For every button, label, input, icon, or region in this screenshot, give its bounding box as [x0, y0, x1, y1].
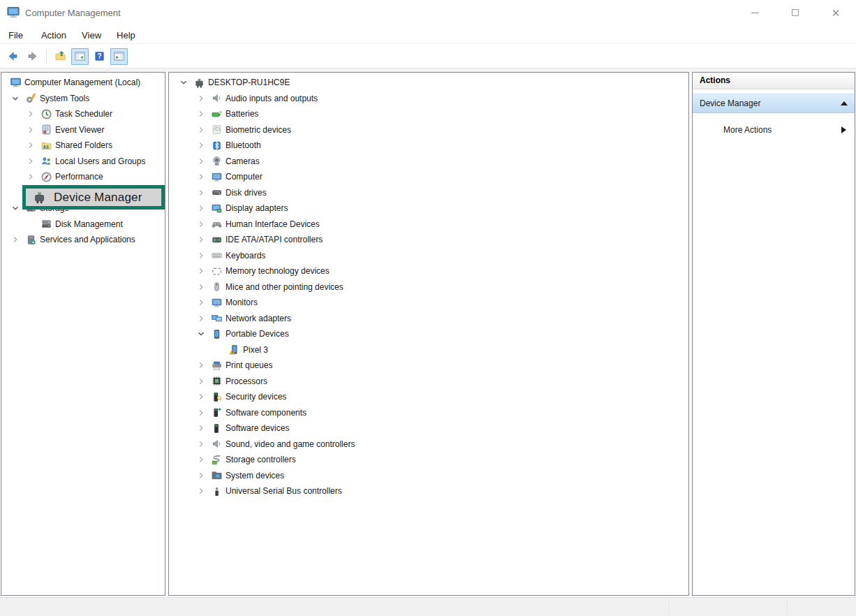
tree-item-storage-controllers[interactable]: Storage controllers — [169, 452, 688, 468]
show-console-tree-button[interactable] — [71, 48, 89, 65]
show-action-pane-button[interactable] — [110, 48, 128, 65]
tree-item-computer-management-local[interactable]: Computer Management (Local) — [1, 75, 165, 91]
tree-item-human-interface-devices[interactable]: Human Interface Devices — [169, 217, 688, 233]
tree-item-services-and-applications[interactable]: Services and Applications — [1, 232, 165, 248]
tree-item-computer[interactable]: Computer — [169, 169, 688, 185]
help-button[interactable]: ? — [91, 48, 108, 65]
chevron-down-icon[interactable] — [8, 93, 22, 104]
chevron-right-icon[interactable] — [194, 93, 208, 104]
tree-item-universal-serial-bus-controllers[interactable]: Universal Serial Bus controllers — [169, 483, 688, 499]
chevron-right-icon[interactable] — [194, 376, 208, 387]
chevron-right-icon[interactable] — [194, 140, 208, 151]
maximize-button[interactable] — [775, 0, 816, 25]
chevron-right-icon[interactable] — [194, 203, 208, 214]
tree-item-system-tools[interactable]: System Tools — [1, 91, 165, 107]
tree-item-shared-folders[interactable]: Shared Folders — [1, 138, 165, 154]
title-bar: Computer Management ✕ — [0, 0, 856, 25]
chevron-right-icon[interactable] — [194, 297, 208, 308]
chevron-placeholder — [212, 344, 226, 355]
chevron-right-icon[interactable] — [194, 439, 208, 450]
tree-item-pixel-3[interactable]: Pixel 3 — [169, 342, 688, 358]
chevron-right-icon[interactable] — [194, 108, 208, 119]
tree-item-bluetooth[interactable]: Bluetooth — [169, 138, 688, 154]
tree-item-sound-video-and-game-controllers[interactable]: Sound, video and game controllers — [169, 437, 688, 453]
tree-item-portable-devices[interactable]: Portable Devices — [169, 326, 688, 342]
audio-device-icon — [209, 92, 223, 104]
more-actions-item[interactable]: More Actions — [693, 122, 855, 138]
tree-item-audio-inputs-and-outputs[interactable]: Audio inputs and outputs — [169, 91, 688, 107]
close-button[interactable]: ✕ — [816, 0, 856, 25]
disk-drive-icon — [209, 186, 223, 198]
chevron-right-icon[interactable] — [194, 171, 208, 182]
menu-file[interactable]: File — [8, 28, 30, 43]
menu-view[interactable]: View — [75, 28, 108, 43]
actions-section-device-manager[interactable]: Device Manager — [693, 94, 855, 113]
tree-item-label: Shared Folders — [55, 140, 112, 150]
tree-item-local-users-and-groups[interactable]: Local Users and Groups — [1, 154, 165, 170]
tree-item-content: Disk drives — [208, 186, 268, 200]
chevron-right-icon[interactable] — [24, 171, 38, 182]
tree-item-system-devices[interactable]: System devices — [169, 468, 688, 484]
tree-item-label: System devices — [226, 471, 284, 481]
tree-item-display-adapters[interactable]: Display adapters — [169, 200, 688, 217]
chevron-right-icon[interactable] — [194, 391, 208, 402]
chevron-right-icon[interactable] — [194, 187, 208, 198]
tree-item-memory-technology-devices[interactable]: Memory technology devices — [169, 263, 688, 279]
chevron-right-icon[interactable] — [194, 156, 208, 167]
chevron-right-icon[interactable] — [24, 124, 38, 135]
chevron-right-icon[interactable] — [194, 265, 208, 277]
tree-item-task-scheduler[interactable]: Task Scheduler — [1, 106, 165, 122]
tree-item-security-devices[interactable]: Security devices — [169, 389, 688, 405]
tree-item-ide-ata-atapi-controllers[interactable]: IDE ATA/ATAPI controllers — [169, 232, 688, 248]
tree-item-software-components[interactable]: Software components — [169, 405, 688, 421]
chevron-right-icon[interactable] — [194, 360, 208, 371]
tree-item-biometric-devices[interactable]: Biometric devices — [169, 122, 688, 138]
tree-item-performance[interactable]: Performance — [1, 169, 165, 185]
tree-item-desktop-ru1hc9e[interactable]: DESKTOP-RU1HC9E — [169, 75, 688, 91]
tree-item-network-adapters[interactable]: Network adapters — [169, 311, 688, 327]
chevron-down-icon[interactable] — [8, 203, 22, 214]
menu-action[interactable]: Action — [34, 28, 73, 43]
memory-device-icon — [209, 265, 223, 277]
tree-item-cameras[interactable]: Cameras — [169, 154, 688, 170]
chevron-right-icon[interactable] — [194, 219, 208, 230]
biometric-icon — [209, 124, 223, 135]
minimize-button[interactable] — [735, 0, 775, 25]
chevron-right-icon[interactable] — [194, 485, 208, 497]
tree-item-software-devices[interactable]: Software devices — [169, 420, 688, 437]
chevron-down-icon[interactable] — [194, 328, 208, 339]
tree-item-content: Performance — [38, 170, 105, 184]
tree-item-disk-management[interactable]: Disk Management — [1, 217, 165, 233]
chevron-right-icon[interactable] — [194, 250, 208, 261]
chevron-right-icon[interactable] — [194, 454, 208, 465]
chevron-right-icon[interactable] — [194, 313, 208, 324]
tree-item-content: Local Users and Groups — [38, 154, 147, 168]
collapse-section-icon[interactable] — [841, 101, 848, 105]
tree-item-content: Pixel 3 — [226, 343, 270, 357]
tree-item-print-queues[interactable]: Print queues — [169, 358, 688, 374]
menu-help[interactable]: Help — [110, 28, 142, 43]
shared-folders-icon — [39, 140, 53, 152]
chevron-right-icon[interactable] — [24, 140, 38, 151]
back-button[interactable] — [4, 48, 22, 65]
up-one-level-button[interactable] — [52, 48, 69, 65]
chevron-right-icon[interactable] — [194, 423, 208, 434]
tree-item-batteries[interactable]: Batteries — [169, 106, 688, 122]
chevron-right-icon[interactable] — [194, 470, 208, 481]
tree-item-mice-and-other-pointing-devices[interactable]: Mice and other pointing devices — [169, 279, 688, 295]
forward-button[interactable] — [24, 48, 41, 65]
chevron-right-icon[interactable] — [194, 281, 208, 293]
chevron-right-icon[interactable] — [194, 124, 208, 135]
chevron-right-icon[interactable] — [24, 156, 38, 167]
tree-item-disk-drives[interactable]: Disk drives — [169, 185, 688, 201]
tree-item-keyboards[interactable]: Keyboards — [169, 248, 688, 264]
tree-item-monitors[interactable]: Monitors — [169, 295, 688, 311]
chevron-down-icon[interactable] — [177, 77, 191, 88]
tree-item-processors[interactable]: Processors — [169, 374, 688, 390]
chevron-right-icon[interactable] — [194, 234, 208, 245]
storage-controller-icon — [209, 454, 223, 466]
chevron-right-icon[interactable] — [24, 108, 38, 119]
tree-item-event-viewer[interactable]: Event Viewer — [1, 122, 165, 138]
chevron-right-icon[interactable] — [8, 234, 22, 245]
chevron-right-icon[interactable] — [194, 407, 208, 418]
